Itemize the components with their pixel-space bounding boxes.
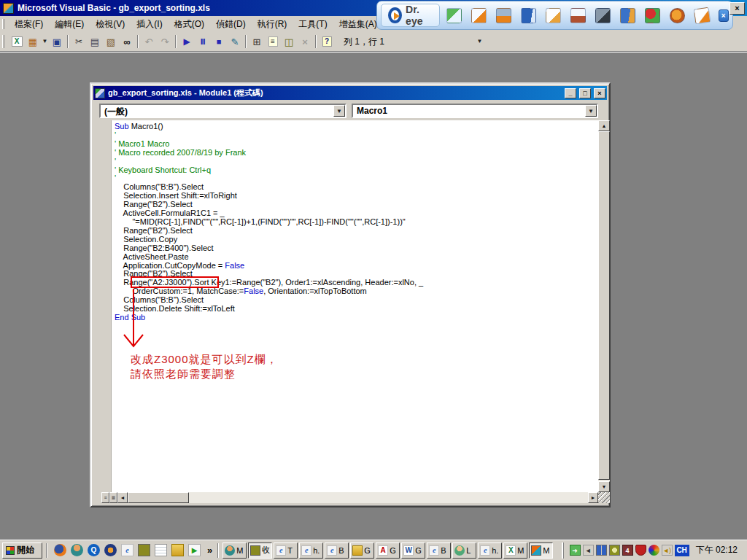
break-icon[interactable]: Ⅱ: [195, 34, 211, 49]
menu-item-2[interactable]: 檢視(V): [90, 16, 131, 33]
undo-icon[interactable]: ↶: [141, 34, 157, 49]
toolbar-grip[interactable]: [2, 35, 4, 48]
start-button[interactable]: 開始: [2, 542, 42, 559]
toolbar-options-caret[interactable]: ▼: [475, 35, 484, 48]
scroll-left-icon[interactable]: ◄: [117, 492, 128, 503]
taskbar-button-8[interactable]: eB: [427, 542, 451, 559]
code-line: Sub Macro1(): [115, 122, 423, 131]
code-window-close-button[interactable]: ×: [594, 88, 605, 98]
insert-userform-icon[interactable]: ▦: [25, 34, 41, 49]
taskbar-button-7[interactable]: WG: [401, 542, 425, 559]
quick-launch-firefox-icon[interactable]: [54, 544, 66, 556]
design-mode-icon[interactable]: ✎: [227, 34, 243, 49]
writing-assistant-icon[interactable]: [542, 4, 565, 27]
toolbox-icon[interactable]: ×: [297, 34, 313, 49]
object-browser-icon[interactable]: ◫: [281, 34, 297, 49]
menubar-grip[interactable]: [2, 19, 4, 29]
menu-item-0[interactable]: 檔案(F): [9, 16, 49, 33]
taskbar-button-9[interactable]: L: [452, 542, 476, 559]
select-translate-icon[interactable]: [443, 4, 465, 27]
resize-grip[interactable]: [598, 492, 610, 503]
quick-launch-scheduler-icon[interactable]: [138, 544, 150, 556]
quick-launch-overflow-chevron[interactable]: »: [206, 545, 214, 556]
scroll-up-icon[interactable]: ▲: [598, 120, 610, 131]
code-window-minimize-button[interactable]: _: [565, 88, 576, 98]
menu-item-8[interactable]: 增益集(A): [333, 16, 383, 33]
horizontal-scroll-thumb[interactable]: [128, 492, 189, 503]
mail-translate-icon[interactable]: [567, 4, 589, 27]
quick-launch-quicktime-icon[interactable]: Q: [88, 544, 100, 556]
scroll-right-icon[interactable]: ►: [588, 492, 598, 503]
code-window-maximize-button[interactable]: □: [579, 88, 591, 98]
menu-item-7[interactable]: 工具(T): [293, 16, 333, 33]
taskbar-button-6[interactable]: AG: [376, 542, 400, 559]
vertical-scroll-thumb[interactable]: [598, 131, 610, 480]
horizontal-scrollbar[interactable]: ≡ ≣ ◄ ►: [101, 492, 598, 503]
quick-launch-messenger-icon[interactable]: [71, 544, 83, 556]
menu-item-6[interactable]: 執行(R): [252, 16, 293, 33]
volume-mute-icon[interactable]: ◄: [583, 545, 594, 556]
code-window-titlebar[interactable]: gb_export_sorting.xls - Module1 (程式碼) _ …: [93, 86, 607, 100]
redo-icon[interactable]: ↷: [157, 34, 173, 49]
taskbar-button-4[interactable]: eB: [325, 542, 349, 559]
run-icon[interactable]: ▶: [179, 34, 195, 49]
language-indicator[interactable]: CH: [675, 545, 689, 556]
code-editor[interactable]: Sub Macro1()'' Macro1 Macro' Macro recor…: [101, 120, 598, 492]
paste-icon[interactable]: ▧: [103, 34, 119, 49]
view-excel-icon[interactable]: X: [9, 34, 25, 49]
properties-window-icon[interactable]: ≡: [265, 34, 281, 49]
quick-launch-sync-icon[interactable]: ▶: [188, 544, 201, 556]
insert-object-caret[interactable]: ▼: [41, 34, 49, 49]
web-translate-icon[interactable]: [641, 4, 664, 27]
reset-icon[interactable]: ■: [211, 34, 227, 49]
menu-item-1[interactable]: 編輯(E): [49, 16, 90, 33]
taskbar-button-12[interactable]: M: [529, 542, 553, 559]
taskbar-button-11[interactable]: XM: [503, 542, 527, 559]
window-close-button[interactable]: ×: [729, 2, 745, 15]
copy-icon[interactable]: ▤: [87, 34, 103, 49]
volume-icon[interactable]: ◄): [662, 545, 673, 556]
menu-item-4[interactable]: 格式(O): [169, 16, 210, 33]
dictionary-icon[interactable]: [517, 4, 540, 27]
procedure-dropdown-arrow-icon[interactable]: ▼: [585, 105, 597, 117]
menu-item-3[interactable]: 插入(I): [131, 16, 168, 33]
taskbar-button-5[interactable]: G: [350, 542, 374, 559]
scroll-down-icon[interactable]: ▼: [598, 481, 610, 492]
network-icon[interactable]: [596, 545, 607, 556]
instant-translate-icon[interactable]: [468, 4, 490, 27]
dreye-close-button[interactable]: ×: [719, 9, 729, 22]
notebook-icon[interactable]: [616, 4, 639, 27]
dr-eye-tray-icon[interactable]: [609, 545, 620, 556]
search-dictionary-icon[interactable]: [666, 4, 689, 27]
taskbar-button-0[interactable]: M: [222, 542, 247, 559]
taskbar-button-1[interactable]: 收: [248, 542, 272, 559]
project-explorer-icon[interactable]: ⊞: [249, 34, 265, 49]
save-icon[interactable]: ▣: [49, 34, 65, 49]
quick-launch-media-player-icon[interactable]: [104, 544, 117, 556]
full-module-view-button[interactable]: ≣: [109, 492, 117, 503]
antivirus-icon[interactable]: [635, 545, 646, 556]
help-icon[interactable]: ?: [319, 34, 335, 49]
quick-launch-notepad-icon[interactable]: [155, 544, 167, 556]
taskbar-button-3[interactable]: eh.: [299, 542, 323, 559]
vertical-scrollbar[interactable]: ▲ ▼: [598, 120, 610, 492]
dreye-logo-button[interactable]: Dr. eye: [381, 4, 440, 27]
taskbar-button-10[interactable]: eh.: [478, 542, 502, 559]
voice-reader-icon[interactable]: [592, 4, 614, 27]
menu-item-5[interactable]: 偵錯(D): [210, 16, 252, 33]
procedure-dropdown[interactable]: Macro1 ▼: [352, 104, 598, 118]
find-icon[interactable]: ∞: [119, 34, 135, 49]
procedure-view-button[interactable]: ≡: [101, 492, 109, 503]
scanner-icon[interactable]: 4: [622, 545, 633, 556]
object-dropdown[interactable]: (一般) ▼: [99, 104, 347, 118]
memo-icon[interactable]: [691, 4, 713, 27]
user-icon[interactable]: [649, 545, 659, 556]
cut-icon[interactable]: ✂: [71, 34, 87, 49]
object-dropdown-arrow-icon[interactable]: ▼: [333, 105, 345, 117]
print-translate-icon[interactable]: [492, 4, 515, 27]
safely-remove-icon[interactable]: ➜: [570, 545, 581, 556]
quick-launch-shared-folder-icon[interactable]: [171, 544, 184, 556]
taskbar-button-2[interactable]: eT: [274, 542, 298, 559]
select-translate-icon-glyph: [446, 8, 462, 23]
quick-launch-internet-explorer-icon[interactable]: e: [121, 544, 133, 556]
